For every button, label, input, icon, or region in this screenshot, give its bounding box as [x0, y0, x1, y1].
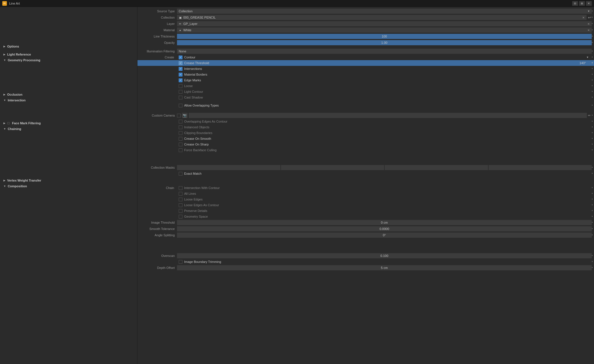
exact-match-dot[interactable]: • [592, 172, 593, 176]
image-boundary-trimming-dot[interactable]: • [592, 260, 593, 264]
collection-clear-btn[interactable]: ✕ [581, 15, 585, 19]
chaining-section-header[interactable]: ▼ Chaining [3, 126, 134, 132]
force-backface-culling-dot[interactable]: • [592, 148, 593, 152]
all-lines-checkbox[interactable] [179, 192, 182, 196]
material-field[interactable]: ● White ✕ [177, 27, 592, 33]
layer-clear-btn[interactable]: ✕ [587, 22, 591, 26]
material-borders-dot[interactable]: • [592, 72, 593, 76]
overlapping-edges-checkbox[interactable] [179, 120, 182, 123]
loose-checkbox[interactable] [179, 84, 182, 88]
material-borders-checkbox[interactable]: ✓ [179, 73, 182, 76]
illumination-filtering-value[interactable]: None [177, 49, 592, 54]
exact-match-checkbox[interactable] [179, 172, 182, 176]
edge-marks-dot[interactable]: • [592, 78, 593, 82]
composition-section-header[interactable]: ▼ Composition [3, 183, 134, 189]
smooth-tolerance-dot[interactable]: • [592, 227, 593, 231]
collection-field[interactable]: ▣ 000_GREASE PENCIL ✕ [177, 15, 587, 20]
force-backface-culling-checkbox[interactable] [179, 148, 182, 152]
smooth-tolerance-field[interactable]: 0.0000 [177, 226, 592, 231]
custom-camera-checkbox[interactable] [177, 114, 181, 117]
title-bar: ✏ Line Art ⊟ ⊞ ✕ [0, 0, 594, 7]
window-maximize-btn[interactable]: ⊞ [579, 1, 585, 6]
loose-edges-as-contour-checkbox[interactable] [179, 203, 182, 207]
preserve-details-dot[interactable]: • [592, 209, 593, 213]
material-dot[interactable]: • [592, 28, 593, 32]
layer-dot[interactable]: • [592, 22, 593, 26]
image-threshold-field[interactable]: 0 cm [177, 220, 592, 225]
crease-on-smooth-dot[interactable]: • [592, 137, 593, 141]
window-close-btn[interactable]: ✕ [586, 1, 592, 6]
vertex-weight-section-header[interactable]: ▶ Vertex Weight Transfer [3, 178, 134, 183]
contour-dot[interactable]: • [592, 55, 593, 59]
angle-splitting-field[interactable]: 0° [177, 233, 592, 238]
occlusion-section-header[interactable]: ▶ Occlusion [3, 92, 134, 97]
image-threshold-dot[interactable]: • [592, 221, 593, 225]
cast-shadow-dot[interactable]: • [592, 95, 593, 99]
crease-threshold-dot[interactable]: • [592, 61, 593, 65]
depth-offset-field[interactable]: 5 cm [177, 265, 592, 270]
overscan-dot[interactable]: • [592, 254, 593, 258]
intersection-section-header[interactable]: ▼ Intersection [3, 97, 134, 103]
mask-cell-2[interactable] [281, 165, 384, 170]
window-minimize-btn[interactable]: ⊟ [572, 1, 578, 6]
crease-threshold-checkbox[interactable]: ✓ [179, 61, 182, 65]
custom-camera-dot[interactable]: • [592, 113, 593, 117]
line-thickness-dot[interactable]: • [592, 34, 593, 38]
loose-edges-dot[interactable]: • [592, 197, 593, 201]
collection-extra-btn[interactable]: ↩ [588, 15, 592, 19]
allow-overlapping-checkbox[interactable] [179, 104, 182, 107]
source-type-value[interactable]: Collection ▼ [177, 9, 592, 14]
line-thickness-field[interactable]: 100 [177, 34, 592, 39]
face-mark-section-header[interactable]: ▶ ☐ Face Mark Filtering [3, 120, 134, 126]
custom-camera-edit-btn[interactable]: ✏ [587, 114, 592, 117]
mask-cell-3[interactable] [385, 165, 488, 170]
smooth-tolerance-label: Smooth Tolerance [140, 227, 177, 231]
collection-masks-dot[interactable]: • [592, 166, 593, 170]
crease-on-sharp-checkbox[interactable] [179, 143, 182, 146]
light-contour-checkbox[interactable] [179, 90, 182, 94]
source-type-dot[interactable]: • [592, 9, 593, 13]
material-clear-btn[interactable]: ✕ [587, 28, 591, 32]
image-boundary-trimming-checkbox[interactable] [179, 260, 182, 264]
crease-on-sharp-dot[interactable]: • [592, 142, 593, 146]
intersections-dot[interactable]: • [592, 67, 593, 71]
opacity-dot[interactable]: • [592, 41, 593, 45]
intersection-with-contour-checkbox[interactable] [179, 186, 182, 190]
window-controls[interactable]: ⊟ ⊞ ✕ [572, 1, 592, 6]
loose-edges-checkbox[interactable] [179, 198, 182, 201]
cast-shadow-checkbox[interactable] [179, 96, 182, 99]
custom-camera-field[interactable] [189, 113, 587, 118]
layer-field[interactable]: ✏ GP_Layer ✕ [177, 21, 592, 26]
light-reference-section-header[interactable]: ▶ Light Reference [3, 52, 134, 57]
overlapping-edges-dot[interactable]: • [592, 119, 593, 123]
loose-edges-as-contour-dot[interactable]: • [592, 203, 593, 207]
material-borders-label: Material Borders [184, 73, 207, 76]
clipping-boundaries-dot[interactable]: • [592, 131, 593, 135]
mask-cell-1[interactable] [177, 165, 280, 170]
instanced-objects-checkbox[interactable] [179, 125, 182, 129]
intersection-with-contour-dot[interactable]: • [592, 186, 593, 190]
edge-marks-checkbox[interactable]: ✓ [179, 78, 182, 82]
geometry-space-dot[interactable]: • [592, 215, 593, 219]
allow-overlapping-dot[interactable]: • [592, 103, 593, 107]
mask-cell-4[interactable] [489, 165, 592, 170]
contour-checkbox[interactable]: ✓ [179, 56, 182, 59]
all-lines-dot[interactable]: • [592, 192, 593, 196]
clipping-boundaries-checkbox[interactable] [179, 131, 182, 135]
geometry-space-checkbox[interactable] [179, 215, 182, 219]
angle-splitting-dot[interactable]: • [592, 233, 593, 237]
geometry-processing-section-header[interactable]: ▼ Geometry Processing [3, 57, 134, 63]
collection-dot[interactable]: • [592, 15, 593, 19]
illumination-filtering-dot[interactable]: • [592, 49, 593, 53]
light-contour-dot[interactable]: • [592, 90, 593, 94]
opacity-field[interactable]: 1.00 [177, 40, 592, 45]
crease-on-smooth-checkbox[interactable] [179, 137, 182, 141]
depth-offset-dot[interactable]: • [592, 266, 593, 270]
opacity-row: Opacity 1.00 • [137, 40, 594, 46]
overscan-field[interactable]: 0.100 [177, 253, 592, 258]
preserve-details-checkbox[interactable] [179, 209, 182, 213]
intersections-checkbox[interactable]: ✓ [179, 67, 182, 71]
loose-dot[interactable]: • [592, 84, 593, 88]
options-section-header[interactable]: ▶ Options [3, 44, 134, 49]
instanced-objects-dot[interactable]: • [592, 125, 593, 129]
